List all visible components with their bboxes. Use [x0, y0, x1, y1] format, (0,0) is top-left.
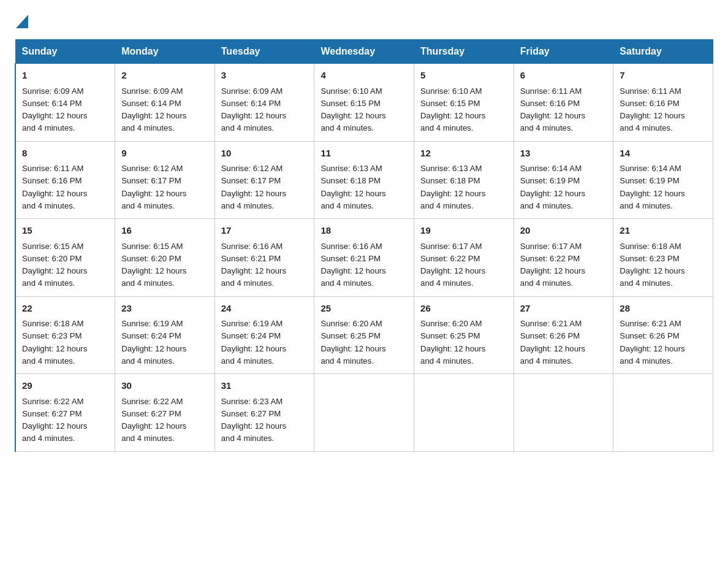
- calendar-cell: 2Sunrise: 6:09 AMSunset: 6:14 PMDaylight…: [115, 64, 215, 142]
- day-info: Sunrise: 6:17 AMSunset: 6:22 PMDaylight:…: [420, 242, 485, 288]
- calendar-cell: 8Sunrise: 6:11 AMSunset: 6:16 PMDaylight…: [15, 141, 115, 219]
- week-row-4: 22Sunrise: 6:18 AMSunset: 6:23 PMDayligh…: [15, 296, 713, 374]
- day-info: Sunrise: 6:19 AMSunset: 6:24 PMDaylight:…: [221, 319, 286, 366]
- day-number: 28: [620, 302, 707, 316]
- week-row-5: 29Sunrise: 6:22 AMSunset: 6:27 PMDayligh…: [15, 374, 713, 452]
- day-info: Sunrise: 6:09 AMSunset: 6:14 PMDaylight:…: [121, 86, 186, 133]
- calendar-cell: 1Sunrise: 6:09 AMSunset: 6:14 PMDaylight…: [15, 64, 115, 142]
- day-header-friday: Friday: [514, 40, 613, 64]
- day-number: 24: [221, 302, 308, 316]
- calendar-cell: 12Sunrise: 6:13 AMSunset: 6:18 PMDayligh…: [414, 141, 514, 219]
- calendar-cell: 18Sunrise: 6:16 AMSunset: 6:21 PMDayligh…: [314, 219, 414, 297]
- calendar-cell: 31Sunrise: 6:23 AMSunset: 6:27 PMDayligh…: [214, 374, 314, 452]
- calendar-cell: [514, 374, 613, 452]
- calendar-cell: 26Sunrise: 6:20 AMSunset: 6:25 PMDayligh…: [414, 296, 514, 374]
- day-number: 5: [420, 69, 507, 83]
- day-header-wednesday: Wednesday: [314, 40, 414, 64]
- day-info: Sunrise: 6:14 AMSunset: 6:19 PMDaylight:…: [520, 164, 585, 210]
- calendar-cell: 10Sunrise: 6:12 AMSunset: 6:17 PMDayligh…: [214, 141, 314, 219]
- day-header-saturday: Saturday: [613, 40, 713, 64]
- day-number: 21: [620, 224, 707, 238]
- calendar-cell: 15Sunrise: 6:15 AMSunset: 6:20 PMDayligh…: [15, 219, 115, 297]
- day-number: 4: [320, 69, 408, 83]
- calendar-cell: 28Sunrise: 6:21 AMSunset: 6:26 PMDayligh…: [613, 296, 713, 374]
- calendar-cell: [314, 374, 414, 452]
- calendar-cell: 17Sunrise: 6:16 AMSunset: 6:21 PMDayligh…: [214, 219, 314, 297]
- day-info: Sunrise: 6:13 AMSunset: 6:18 PMDaylight:…: [420, 164, 485, 210]
- day-info: Sunrise: 6:22 AMSunset: 6:27 PMDaylight:…: [22, 397, 87, 443]
- calendar-cell: 7Sunrise: 6:11 AMSunset: 6:16 PMDaylight…: [613, 64, 713, 142]
- calendar-cell: 19Sunrise: 6:17 AMSunset: 6:22 PMDayligh…: [414, 219, 514, 297]
- calendar-cell: 21Sunrise: 6:18 AMSunset: 6:23 PMDayligh…: [613, 219, 713, 297]
- calendar-cell: 9Sunrise: 6:12 AMSunset: 6:17 PMDaylight…: [115, 141, 215, 219]
- day-info: Sunrise: 6:12 AMSunset: 6:17 PMDaylight:…: [121, 164, 186, 210]
- calendar-cell: 6Sunrise: 6:11 AMSunset: 6:16 PMDaylight…: [514, 64, 613, 142]
- week-row-3: 15Sunrise: 6:15 AMSunset: 6:20 PMDayligh…: [15, 219, 713, 297]
- calendar-cell: [414, 374, 514, 452]
- day-info: Sunrise: 6:09 AMSunset: 6:14 PMDaylight:…: [22, 86, 87, 133]
- day-number: 26: [420, 302, 507, 316]
- calendar-cell: 23Sunrise: 6:19 AMSunset: 6:24 PMDayligh…: [115, 296, 215, 374]
- calendar-cell: 3Sunrise: 6:09 AMSunset: 6:14 PMDaylight…: [214, 64, 314, 142]
- calendar-cell: 14Sunrise: 6:14 AMSunset: 6:19 PMDayligh…: [613, 141, 713, 219]
- day-number: 1: [22, 69, 108, 83]
- day-number: 6: [520, 69, 607, 83]
- day-number: 23: [121, 302, 208, 316]
- week-row-1: 1Sunrise: 6:09 AMSunset: 6:14 PMDaylight…: [15, 64, 713, 142]
- day-info: Sunrise: 6:13 AMSunset: 6:18 PMDaylight:…: [320, 164, 385, 210]
- day-info: Sunrise: 6:11 AMSunset: 6:16 PMDaylight:…: [22, 164, 87, 210]
- day-number: 10: [221, 147, 308, 161]
- day-header-monday: Monday: [115, 40, 215, 64]
- day-info: Sunrise: 6:11 AMSunset: 6:16 PMDaylight:…: [520, 86, 585, 133]
- day-number: 22: [22, 302, 108, 316]
- logo: [15, 15, 28, 27]
- calendar-cell: 27Sunrise: 6:21 AMSunset: 6:26 PMDayligh…: [514, 296, 613, 374]
- day-info: Sunrise: 6:15 AMSunset: 6:20 PMDaylight:…: [22, 242, 87, 288]
- calendar-cell: 20Sunrise: 6:17 AMSunset: 6:22 PMDayligh…: [514, 219, 613, 297]
- calendar-cell: 30Sunrise: 6:22 AMSunset: 6:27 PMDayligh…: [115, 374, 215, 452]
- day-number: 12: [420, 147, 507, 161]
- day-info: Sunrise: 6:21 AMSunset: 6:26 PMDaylight:…: [620, 319, 684, 366]
- calendar-cell: 5Sunrise: 6:10 AMSunset: 6:15 PMDaylight…: [414, 64, 514, 142]
- calendar-cell: 13Sunrise: 6:14 AMSunset: 6:19 PMDayligh…: [514, 141, 613, 219]
- calendar-table: SundayMondayTuesdayWednesdayThursdayFrid…: [15, 39, 713, 452]
- day-info: Sunrise: 6:16 AMSunset: 6:21 PMDaylight:…: [320, 242, 385, 288]
- day-header-tuesday: Tuesday: [214, 40, 314, 64]
- day-info: Sunrise: 6:21 AMSunset: 6:26 PMDaylight:…: [520, 319, 585, 366]
- calendar-cell: 16Sunrise: 6:15 AMSunset: 6:20 PMDayligh…: [115, 219, 215, 297]
- day-number: 17: [221, 224, 308, 238]
- day-number: 8: [22, 147, 108, 161]
- day-number: 7: [620, 69, 707, 83]
- calendar-cell: 11Sunrise: 6:13 AMSunset: 6:18 PMDayligh…: [314, 141, 414, 219]
- day-info: Sunrise: 6:20 AMSunset: 6:25 PMDaylight:…: [420, 319, 485, 366]
- day-number: 20: [520, 224, 607, 238]
- day-number: 29: [22, 379, 108, 393]
- day-number: 19: [420, 224, 507, 238]
- day-number: 14: [620, 147, 707, 161]
- day-info: Sunrise: 6:09 AMSunset: 6:14 PMDaylight:…: [221, 86, 286, 133]
- day-info: Sunrise: 6:18 AMSunset: 6:23 PMDaylight:…: [620, 242, 684, 288]
- day-number: 9: [121, 147, 208, 161]
- day-header-sunday: Sunday: [15, 40, 115, 64]
- day-number: 15: [22, 224, 108, 238]
- day-info: Sunrise: 6:23 AMSunset: 6:27 PMDaylight:…: [221, 397, 286, 443]
- day-number: 27: [520, 302, 607, 316]
- calendar-cell: 29Sunrise: 6:22 AMSunset: 6:27 PMDayligh…: [15, 374, 115, 452]
- day-info: Sunrise: 6:19 AMSunset: 6:24 PMDaylight:…: [121, 319, 186, 366]
- day-number: 13: [520, 147, 607, 161]
- day-number: 31: [221, 379, 308, 393]
- day-number: 25: [320, 302, 408, 316]
- day-info: Sunrise: 6:10 AMSunset: 6:15 PMDaylight:…: [420, 86, 485, 133]
- page-header: [15, 15, 713, 27]
- day-info: Sunrise: 6:17 AMSunset: 6:22 PMDaylight:…: [520, 242, 585, 288]
- calendar-cell: 22Sunrise: 6:18 AMSunset: 6:23 PMDayligh…: [15, 296, 115, 374]
- day-number: 11: [320, 147, 408, 161]
- day-info: Sunrise: 6:10 AMSunset: 6:15 PMDaylight:…: [320, 86, 385, 133]
- calendar-cell: 25Sunrise: 6:20 AMSunset: 6:25 PMDayligh…: [314, 296, 414, 374]
- calendar-cell: 4Sunrise: 6:10 AMSunset: 6:15 PMDaylight…: [314, 64, 414, 142]
- day-info: Sunrise: 6:18 AMSunset: 6:23 PMDaylight:…: [22, 319, 87, 366]
- day-info: Sunrise: 6:11 AMSunset: 6:16 PMDaylight:…: [620, 86, 684, 133]
- day-headers-row: SundayMondayTuesdayWednesdayThursdayFrid…: [15, 40, 713, 64]
- day-number: 2: [121, 69, 208, 83]
- day-info: Sunrise: 6:12 AMSunset: 6:17 PMDaylight:…: [221, 164, 286, 210]
